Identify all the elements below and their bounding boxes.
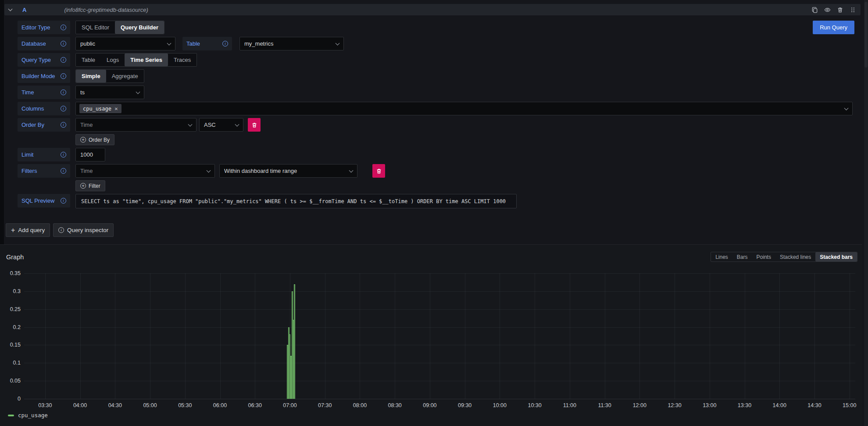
info-icon[interactable] [61,57,66,63]
builder-mode-row: Builder Mode Simple Aggregate [0,69,862,83]
query-type-option-time-series[interactable]: Time Series [125,54,168,66]
remove-query-trash-icon[interactable] [836,6,843,13]
info-icon[interactable] [61,106,66,111]
info-icon[interactable] [61,89,66,95]
remove-order-by-button[interactable] [248,118,261,132]
table-select[interactable]: my_metrics [239,37,344,50]
editor-type-row: Editor Type SQL Editor Query Builder Run… [0,21,862,34]
query-ref-id: A [22,7,26,13]
info-icon[interactable] [61,198,66,204]
graph-mode-bars[interactable]: Bars [732,252,752,261]
drag-handle-icon[interactable] [849,6,856,13]
legend-series-name: cpu_usage [18,412,48,419]
graph-mode-stacked-lines[interactable]: Stacked lines [775,252,815,261]
x-tick-label: 13:00 [703,402,716,408]
plot-area[interactable]: 0.350.30.250.20.150.10.050 [24,273,855,399]
chevron-down-icon [336,41,340,45]
graph-mode-points[interactable]: Points [752,252,775,261]
query-type-option-traces[interactable]: Traces [168,54,196,66]
order-by-direction-select[interactable]: ASC [199,118,243,132]
builder-mode-label: Builder Mode [18,69,70,83]
grid-line-vertical [535,273,535,399]
info-icon[interactable] [61,25,66,30]
limit-label: Limit [18,148,70,161]
info-icon[interactable] [61,122,66,128]
series-bar-cpu_usage[interactable] [294,284,295,399]
remove-tag-icon[interactable] [114,106,118,111]
collapse-chevron-icon[interactable] [8,7,13,11]
grid-line-vertical [605,273,605,399]
grid-line-vertical [639,273,640,399]
grid-line-vertical [814,273,815,399]
limit-input[interactable]: 1000 [75,148,105,161]
editor-type-switch: SQL Editor Query Builder [75,21,164,34]
remove-filter-button[interactable] [372,164,385,178]
grid-line-horizontal [24,309,855,310]
add-query-button[interactable]: Add query [6,223,50,237]
grid-line-vertical [220,273,221,399]
grid-line-vertical [255,273,255,399]
query-type-option-table[interactable]: Table [76,54,101,66]
add-filter-button[interactable]: Filter [75,180,105,191]
x-tick-label: 11:30 [598,402,611,408]
order-by-label: Order By [18,118,70,132]
editor-type-option-query-builder[interactable]: Query Builder [115,21,164,34]
query-type-switch: Table Logs Time Series Traces [75,53,197,67]
run-query-button[interactable]: Run Query [813,21,854,34]
grid-line-vertical [570,273,570,399]
editor-footer: Add query Query inspector [6,223,117,237]
info-icon[interactable] [222,41,228,47]
x-tick-label: 05:00 [143,402,157,408]
time-column-select[interactable]: ts [75,86,144,99]
info-icon[interactable] [61,152,66,158]
order-by-field-select[interactable]: Time [75,118,196,132]
grid-line-horizontal [24,273,855,274]
chevron-down-icon [188,122,193,126]
add-order-by-button[interactable]: Order By [75,134,114,145]
filters-row: Filters Time Within dashboard time range [0,164,862,178]
x-tick-label: 14:00 [773,402,786,408]
query-inspector-button[interactable]: Query inspector [53,223,114,237]
x-tick-label: 07:00 [283,402,296,408]
time-label: Time [18,86,70,99]
scrollbar-thumb[interactable] [864,2,868,68]
plus-circle-icon [80,183,86,189]
x-tick-label: 15:00 [843,402,856,408]
page-scrollbar[interactable] [864,0,868,426]
grid-line-vertical [360,273,360,399]
columns-multiselect[interactable]: cpu_usage [75,102,853,115]
builder-mode-option-simple[interactable]: Simple [76,70,106,82]
query-type-option-logs[interactable]: Logs [101,54,125,66]
query-row-header: A (info8fcc-greptimedb-datasource) [4,4,861,15]
hide-response-eye-icon[interactable] [824,6,831,13]
graph-mode-stacked-bars[interactable]: Stacked bars [815,252,857,261]
graph-mode-lines[interactable]: Lines [711,252,732,261]
builder-mode-switch: Simple Aggregate [75,69,144,83]
x-tick-label: 14:30 [807,402,821,408]
editor-type-option-sql-editor[interactable]: SQL Editor [76,21,115,34]
chevron-down-icon [844,106,849,110]
legend-item-cpu-usage[interactable]: cpu_usage [8,412,48,419]
grid-line-vertical [150,273,150,399]
column-tag: cpu_usage [79,104,121,113]
order-by-row: Order By Time ASC [0,118,862,132]
duplicate-query-icon[interactable] [811,6,818,13]
filters-label: Filters [18,164,70,178]
database-select[interactable]: public [75,37,175,50]
grid-line-vertical [45,273,46,399]
info-icon[interactable] [61,41,66,47]
time-row: Time ts [0,86,862,99]
chevron-down-icon [349,168,354,172]
graph-panel-title: Graph [6,254,24,261]
y-tick-label: 0.2 [13,324,21,330]
x-tick-label: 05:30 [178,402,192,408]
info-icon[interactable] [61,73,66,79]
grid-line-vertical [745,273,745,399]
grid-line-vertical [465,273,465,399]
grid-line-horizontal [24,399,855,399]
filter-field-select[interactable]: Time [75,164,215,178]
builder-mode-option-aggregate[interactable]: Aggregate [106,70,144,82]
info-icon[interactable] [61,168,66,174]
filter-condition-select[interactable]: Within dashboard time range [219,164,357,178]
x-tick-label: 12:00 [633,402,647,408]
